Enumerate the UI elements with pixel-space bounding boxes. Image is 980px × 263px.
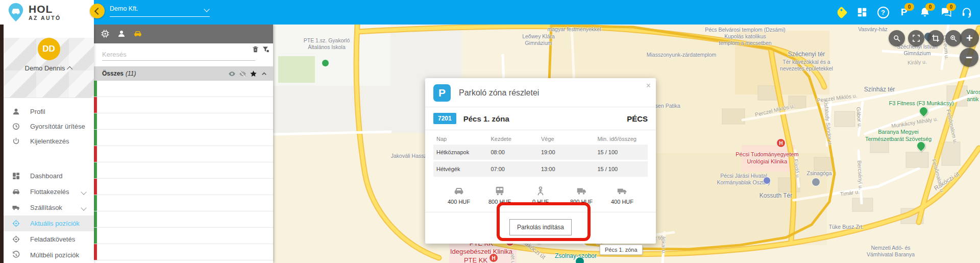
app-logo: HOL AZ AUTÓ [0,0,94,25]
company-select-value: Demo Kft. [110,5,138,12]
group-header-row[interactable]: Összes (11) [94,66,273,81]
sidebar-item-gyors-t-t-r-r-t-se[interactable]: Gyorsítótár ürítése [4,119,94,134]
vehicle-row[interactable] [94,81,273,97]
table-cell: 15 / 100 [593,149,648,155]
map-zoom-out-button[interactable]: − [960,48,978,67]
collapse-group-icon[interactable] [260,70,268,78]
panel-tab-car-icon[interactable] [133,29,143,39]
map-search-button[interactable] [889,30,905,46]
map-crop-button[interactable] [927,30,944,46]
bell-icon[interactable]: 0 [919,6,931,18]
vehicle-row[interactable] [94,162,273,179]
hide-all-icon[interactable] [239,70,247,78]
group-header-label: Összes [102,70,124,77]
sidebar-item-label: Flottakezelés [30,188,69,196]
chevron-left-icon [94,7,102,14]
start-parking-button[interactable]: Parkolás indítása [509,219,572,235]
target-icon [12,219,20,228]
status-bar [94,113,97,129]
table-cell: Hétköznapok [433,149,491,155]
sidebar-item-sz-ll-t-sok[interactable]: Szállítások [4,200,94,216]
group-count: (11) [126,70,136,77]
headset-icon[interactable] [961,6,973,18]
history-icon [12,251,20,259]
chevron-down-icon [204,6,209,12]
search-row [94,43,273,66]
tariff-bus-icon: 800 HUF [479,185,520,205]
clear-filter-icon[interactable] [252,45,260,54]
zone-city: PÉCS [627,114,648,123]
avatar[interactable]: DD [38,38,60,60]
vehicle-row[interactable] [94,244,273,260]
status-bar [94,130,97,146]
topbar-icons: ?P000 [835,0,973,25]
table-row: Hétvégék07:0013:0015 / 100 [433,161,648,177]
notification-badge: 0 [946,3,956,11]
government-office-icon[interactable] [763,177,771,184]
sidebar-item-m-ltb-li-poz-ci-k[interactable]: Múltbéli pozíciók [4,247,94,263]
vehicle-row[interactable] [94,146,273,162]
school-poi-icon[interactable] [322,59,329,67]
clock-icon [12,122,20,131]
sidebar-item-profil[interactable]: Profil [4,104,94,119]
sidebar-item-dashboard[interactable]: Dashboard [4,168,94,184]
synagogue-icon[interactable] [812,178,820,186]
tariff-price: 0 HUF [520,199,561,205]
hospital-icon[interactable]: H [776,138,786,148]
vehicle-row[interactable] [94,179,273,195]
table-cell: 15 / 100 [593,166,648,172]
monument-icon[interactable] [575,257,584,263]
apps-icon[interactable] [856,6,868,18]
menu-divider [4,149,94,162]
vehicle-row[interactable] [94,113,273,130]
collapse-sidebar-button[interactable] [90,4,105,18]
sidebar-item-label: Profil [30,108,45,115]
brand-line1: HOL [29,4,61,14]
company-select[interactable]: Demo Kft. [110,5,210,17]
map-fullscreen-button[interactable] [908,30,924,46]
notification-badge: 0 [925,3,935,11]
sidebar-item-label: Aktuális pozíciók [30,220,80,227]
zone-map-tooltip: Pécs 1. zóna [600,245,643,255]
sidebar-item-label: Kijelentkezés [30,137,69,145]
vehicle-row[interactable] [94,97,273,113]
panel-tab-device-icon[interactable] [101,29,111,39]
vehicle-row[interactable] [94,211,273,228]
sidebar-item-aktu-lis-poz-ci-k[interactable]: Aktuális pozíciók [4,216,94,231]
panel-toolbar [94,25,273,43]
sidebar-item-label: Gyorsítótár ürítése [30,123,85,130]
map[interactable]: PTE 1.sz. GyakorlóÁltalános IskolaLeőwey… [273,25,980,263]
table-cell: Hétvégék [433,166,491,172]
help-icon[interactable]: ? [877,6,889,18]
map-zoom-in-button[interactable]: + [960,29,979,47]
vehicle-row[interactable] [94,130,273,146]
hospital-icon[interactable]: H [489,253,498,262]
notification-badge: 0 [904,3,914,11]
favorites-icon[interactable] [250,70,257,78]
chevron-up-icon [67,66,72,72]
vehicle-row[interactable] [94,228,273,244]
map-zoom-area-button[interactable] [945,30,962,46]
sidebar-item-flottakezel-s[interactable]: Flottakezelés [4,184,94,200]
vehicle-row[interactable] [94,195,273,211]
chat-icon[interactable]: 0 [940,6,952,18]
chevron-down-icon [81,205,86,210]
filter-icon[interactable] [262,45,270,54]
sidebar-item-kijelentkez-s[interactable]: Kijelentkezés [4,134,94,149]
parking-icon[interactable]: P0 [898,6,910,18]
motorcycle-icon [520,185,561,197]
tag-icon [835,6,847,18]
sidebar-item-feladatk-vet-s[interactable]: Feladatkövetés [4,231,94,247]
tariff-price: 400 HUF [602,199,643,205]
profile-section: DD Demo Dennis [4,38,94,98]
close-icon[interactable]: × [646,81,651,90]
tag-icon[interactable] [835,6,847,18]
search-input[interactable] [102,49,255,61]
account-menu: ProfilGyorsítótár ürítéseKijelentkezés [4,98,94,149]
user-name[interactable]: Demo Dennis [4,64,94,72]
table-cell: 08:00 [491,149,541,155]
show-all-icon[interactable] [228,70,236,78]
panel-tab-person-icon[interactable] [117,29,127,39]
brand-line2: AZ AUTÓ [29,15,61,21]
table-row: Hétköznapok08:0019:0015 / 100 [433,145,648,160]
